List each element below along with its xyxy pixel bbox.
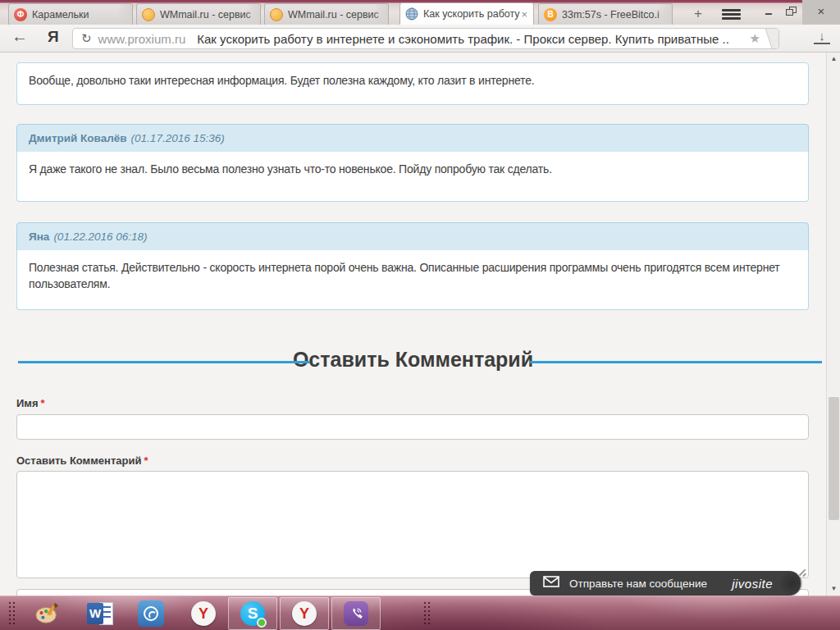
tab-fade [245, 4, 260, 25]
bookmark-star-icon[interactable]: ★ [750, 31, 760, 46]
tab-label: Карамельки [32, 9, 89, 21]
window-restore-button[interactable] [786, 7, 797, 16]
back-button[interactable]: ← [11, 27, 28, 46]
taskbar-grip [8, 601, 17, 626]
download-icon[interactable]: ↓ [814, 30, 830, 44]
name-input[interactable] [16, 414, 809, 440]
tab-label: WMmail.ru - сервис [288, 9, 379, 21]
palette-app-icon[interactable] [34, 600, 61, 627]
web-page-content: Вообще, довольно таки интересная информа… [0, 52, 840, 596]
browser-tab-strip: Ф Карамельки WMmail.ru - сервис WMmail.r… [0, 0, 840, 25]
yandex-browser-icon[interactable]: Y [190, 600, 217, 627]
tab-fade [373, 4, 388, 25]
comment-date: (01.22.2016 06:18) [53, 231, 147, 243]
tab-label: Как ускорить работу [423, 8, 520, 20]
comment-field-label: Оставить Комментарий* [16, 454, 148, 467]
comment-header-2: Дмитрий Ковалёв (01.17.2016 15:36) [16, 124, 809, 153]
word-app-icon[interactable]: W [87, 600, 113, 627]
tab-label: 33m:57s - FreeBitco.i [562, 9, 660, 21]
viber-icon [344, 601, 368, 626]
tab-close-icon[interactable]: × [520, 8, 530, 21]
skype-online-status [257, 618, 267, 628]
scroll-down-icon[interactable]: ▼ [827, 582, 840, 596]
omnibox-slant-edge [765, 28, 779, 49]
yandex-taskbar-button[interactable]: Y [280, 597, 329, 630]
tab-freebitco[interactable]: B 33m:57s - FreeBitco.i [538, 3, 673, 25]
bitcoin-icon: B [544, 8, 557, 21]
comment-text: Я даже такого не знал. Было весьма полез… [17, 152, 808, 186]
tab-fade [657, 4, 672, 25]
comment-author: Дмитрий Ковалёв [29, 132, 127, 144]
tab-karamelki[interactable]: Ф Карамельки [8, 3, 133, 25]
page-title-text: Как ускорить работу в интернете и сэконо… [197, 32, 730, 46]
comment-date: (01.17.2016 15:36) [131, 132, 225, 144]
required-asterisk: * [144, 454, 148, 467]
browser-toolbar: ← Я ↻ www.proxium.ru Как ускорить работу… [0, 25, 840, 52]
envelope-icon [543, 576, 559, 591]
browser-menu-icon[interactable] [722, 9, 741, 19]
wmmail-coin-icon [142, 8, 155, 21]
tab-wmmail-2[interactable]: WMmail.ru - сервис [264, 3, 389, 25]
refresh-icon[interactable]: ↻ [81, 31, 92, 46]
window-minimize-button[interactable]: – [758, 2, 779, 23]
tab-fade [117, 4, 132, 25]
word-w-glyph: W [87, 603, 103, 624]
jivosite-logo: jivosite [732, 577, 773, 591]
comment-body-1: Вообще, довольно таки интересная информа… [16, 62, 809, 105]
comment-body-3: Полезная статья. Действительно - скорост… [16, 250, 809, 310]
window-close-button[interactable]: × [802, 0, 840, 25]
scrollbar-thumb[interactable] [829, 397, 839, 520]
proxy-app-icon[interactable] [138, 600, 164, 627]
label-text: Оставить Комментарий [16, 454, 141, 467]
jivosite-chat-widget[interactable]: Отправьте нам сообщение jivosite [530, 571, 801, 596]
tab-active-proxium[interactable]: Как ускорить работу × [399, 2, 534, 25]
skype-icon: S [240, 601, 265, 626]
leave-comment-heading: Оставить Комментарий [0, 348, 826, 372]
windows-taskbar: W Y S Y [0, 596, 840, 630]
desktop-screen: Ф Карамельки WMmail.ru - сервис WMmail.r… [0, 0, 840, 630]
globe-icon [405, 7, 418, 21]
skype-taskbar-button[interactable]: S [228, 597, 277, 630]
required-asterisk: * [41, 397, 45, 409]
wmmail-coin-icon [270, 8, 283, 21]
yandex-logo[interactable]: Я [48, 28, 59, 46]
heading-divider-right [530, 361, 822, 363]
comment-author: Яна [29, 231, 49, 243]
tab-label: WMmail.ru - сервис [160, 9, 251, 21]
page-scrollbar[interactable]: ▲ ▼ [826, 52, 840, 596]
karamelki-icon: Ф [14, 8, 27, 21]
new-tab-button[interactable]: + [687, 7, 709, 21]
comment-text: Полезная статья. Действительно - скорост… [17, 250, 808, 302]
yandex-browser-icon: Y [292, 601, 317, 626]
url-text: www.proxium.ru [98, 32, 186, 46]
scroll-up-icon[interactable]: ▲ [827, 52, 840, 66]
label-text: Имя [16, 397, 39, 409]
tab-wmmail-1[interactable]: WMmail.ru - сервис [136, 3, 261, 25]
comment-textarea[interactable] [16, 471, 809, 578]
tray-grip [423, 601, 432, 626]
comment-header-3: Яна (01.22.2016 06:18) [16, 222, 809, 251]
download-arrow: ↓ [819, 29, 825, 43]
chat-message-text: Отправьте нам сообщение [569, 578, 707, 590]
comment-body-2: Я даже такого не знал. Было весьма полез… [16, 152, 809, 202]
viber-taskbar-button[interactable] [331, 597, 381, 630]
comment-text: Вообще, довольно таки интересная информа… [17, 63, 808, 98]
heading-divider-left [18, 361, 310, 363]
name-field-label: Имя* [16, 397, 45, 409]
download-bar [814, 43, 830, 44]
address-bar[interactable]: ↻ www.proxium.ru Как ускорить работу в и… [72, 28, 779, 49]
